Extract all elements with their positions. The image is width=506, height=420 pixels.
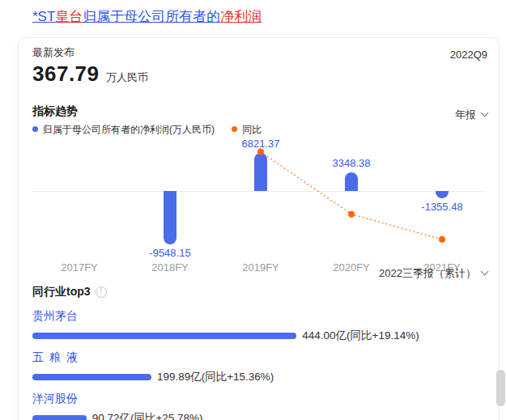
page-title-segment: 净利润	[220, 9, 262, 24]
chevron-down-icon	[481, 268, 489, 276]
scrollbar-thumb[interactable]	[496, 370, 505, 406]
peer-name-link[interactable]: 洋河股份	[32, 390, 78, 406]
peers-period-value: 2022三季报（累计）	[379, 267, 476, 279]
latest-period-badge: 2022Q9	[450, 49, 487, 61]
yoy-line-chart	[32, 139, 486, 277]
report-period-value: 年报	[455, 108, 476, 121]
yoy-point[interactable]	[348, 211, 355, 218]
latest-release-label: 最新发布	[32, 45, 485, 61]
latest-unit: 万人民币	[106, 71, 148, 83]
page-title-segment: 皇台	[55, 9, 83, 24]
legend-item-netprofit[interactable]: 归属于母公司所有者的净利润(万人民币)	[32, 123, 215, 136]
chevron-down-icon	[481, 109, 489, 117]
indicator-card: 最新发布 367.79 万人民币 2022Q9 指标趋势 归属于母公司所有者的净…	[18, 37, 500, 420]
peer-value-bar	[32, 374, 151, 380]
latest-value-row: 367.79 万人民币	[32, 62, 485, 90]
latest-value: 367.79	[32, 62, 100, 86]
yoy-point[interactable]	[257, 149, 264, 155]
peer-name-link[interactable]: 五粮液	[32, 349, 83, 365]
peers-heading-label: 同行业top3	[32, 285, 91, 298]
peer-value-label: 199.89亿(同比+15.36%)	[157, 371, 274, 383]
peers-heading: 同行业top3!	[32, 283, 485, 299]
report-period-dropdown[interactable]: 年报	[455, 108, 487, 122]
peer-bar-row: 444.00亿(同比+19.14%)	[32, 329, 485, 341]
peer-value-bar	[32, 333, 296, 339]
info-circle-icon[interactable]: !	[96, 286, 107, 298]
peer-bar-row: 90.72亿(同比+25.78%)	[32, 412, 485, 420]
peer-value-bar	[32, 415, 87, 420]
peer-row: 五粮液199.89亿(同比+15.36%)	[32, 349, 485, 382]
page-title-link[interactable]: *ST皇台归属于母公司所有者的净利润	[32, 8, 262, 26]
peer-value-label: 444.00亿(同比+19.14%)	[302, 330, 419, 342]
peer-value-label: 90.72亿(同比+25.78%)	[92, 413, 203, 420]
peers-period-dropdown[interactable]: 2022三季报（累计）	[379, 266, 487, 281]
blue-dot-icon	[32, 126, 38, 132]
peer-bar-row: 199.89亿(同比+15.36%)	[32, 371, 485, 382]
peer-row: 贵州茅台444.00亿(同比+19.14%)	[32, 308, 485, 341]
chart-legend: 归属于母公司所有者的净利润(万人民币) 同比	[32, 123, 485, 136]
trend-heading: 指标趋势	[32, 104, 485, 118]
page-title-segment: *ST	[32, 9, 55, 24]
legend-label-yoy: 同比	[242, 124, 262, 135]
peer-list: 贵州茅台444.00亿(同比+19.14%)五粮液199.89亿(同比+15.3…	[32, 308, 485, 420]
legend-label-netprofit: 归属于母公司所有者的净利润(万人民币)	[43, 124, 215, 135]
page-title-segment: 归属于母公司所有者的	[83, 9, 220, 24]
peer-row: 洋河股份90.72亿(同比+25.78%)	[32, 390, 485, 420]
legend-item-yoy[interactable]: 同比	[232, 123, 262, 136]
yoy-point[interactable]	[439, 236, 445, 243]
trend-chart[interactable]: -9548.156821.373348.38-1355.482017FY2018…	[32, 139, 486, 277]
peer-name-link[interactable]: 贵州茅台	[32, 308, 78, 324]
orange-dot-icon	[232, 126, 237, 132]
